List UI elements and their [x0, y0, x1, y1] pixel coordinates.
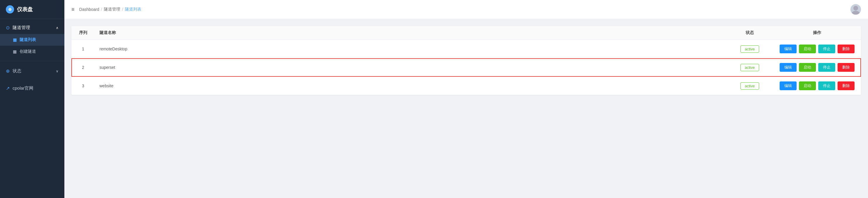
- action-buttons-2: 编辑 启动 停止 删除: [778, 81, 856, 90]
- cell-seq-0: 1: [71, 40, 95, 58]
- sidebar-section-tunnel: ⊙ 隧道管理 ∧ ▦ 隧道列表 ▦ 创建隧道: [0, 19, 64, 60]
- breadcrumb: Dashboard / 隧道管理 / 隧道列表: [79, 7, 141, 12]
- cell-actions-0: 编辑 启动 停止 删除: [773, 40, 861, 58]
- col-header-name: 隧道名称: [95, 26, 726, 40]
- sidebar-item-tunnel-mgmt[interactable]: ⊙ 隧道管理 ∧: [0, 21, 64, 34]
- avatar-icon: [850, 4, 861, 15]
- cell-status-1: active: [726, 58, 773, 77]
- cell-seq-1: 2: [71, 58, 95, 77]
- table-header-row: 序列 隧道名称 状态 操作: [71, 26, 861, 40]
- breadcrumb-tunnel-mgmt[interactable]: 隧道管理: [104, 7, 120, 12]
- cell-name-1: superset: [95, 58, 726, 77]
- delete-button-0[interactable]: 删除: [838, 45, 855, 53]
- status-badge-2: active: [740, 82, 759, 90]
- col-header-actions: 操作: [773, 26, 861, 40]
- svg-point-0: [854, 6, 858, 10]
- cell-status-0: active: [726, 40, 773, 58]
- cell-actions-2: 编辑 启动 停止 删除: [773, 77, 861, 95]
- content-area: 序列 隧道名称 状态 操作 1 remoteDesktop active 编辑 …: [64, 19, 868, 198]
- breadcrumb-tunnel-list: 隧道列表: [125, 7, 141, 12]
- sidebar: ⊕ 仪表盘 ⊙ 隧道管理 ∧ ▦ 隧道列表 ▦ 创建隧道 ⊕ 状态 ∨ ↗ c: [0, 0, 64, 198]
- col-header-seq: 序列: [71, 26, 95, 40]
- edit-button-2[interactable]: 编辑: [780, 81, 797, 90]
- cell-status-2: active: [726, 77, 773, 95]
- tunnel-mgmt-arrow: ∧: [56, 26, 59, 30]
- sidebar-section-cpolar: ↗ cpolar官网: [0, 80, 64, 97]
- sidebar-section-status: ⊕ 状态 ∨: [0, 62, 64, 80]
- sidebar-item-cpolar[interactable]: ↗ cpolar官网: [0, 82, 64, 94]
- col-header-status: 状态: [726, 26, 773, 40]
- start-button-1[interactable]: 启动: [799, 63, 816, 72]
- create-tunnel-label: 创建隧道: [20, 49, 36, 54]
- cpolar-icon: ↗: [6, 86, 10, 91]
- edit-button-0[interactable]: 编辑: [780, 45, 797, 53]
- stop-button-0[interactable]: 停止: [818, 45, 835, 53]
- status-label: 状态: [12, 68, 21, 74]
- stop-button-1[interactable]: 停止: [818, 63, 835, 72]
- status-arrow: ∨: [56, 69, 59, 73]
- tunnel-list-icon: ▦: [13, 37, 17, 42]
- cell-seq-2: 3: [71, 77, 95, 95]
- header: ≡ Dashboard / 隧道管理 / 隧道列表: [64, 0, 868, 19]
- delete-button-1[interactable]: 删除: [838, 63, 855, 72]
- breadcrumb-sep-1: /: [101, 7, 102, 12]
- breadcrumb-dashboard[interactable]: Dashboard: [79, 7, 99, 12]
- sidebar-item-status[interactable]: ⊕ 状态 ∨: [0, 65, 64, 77]
- status-badge-1: active: [740, 64, 759, 71]
- cell-actions-1: 编辑 启动 停止 删除: [773, 58, 861, 77]
- tunnel-table-card: 序列 隧道名称 状态 操作 1 remoteDesktop active 编辑 …: [71, 26, 861, 95]
- delete-button-2[interactable]: 删除: [838, 81, 855, 90]
- stop-button-2[interactable]: 停止: [818, 81, 835, 90]
- create-tunnel-icon: ▦: [13, 49, 17, 54]
- menu-toggle-icon[interactable]: ≡: [71, 6, 74, 12]
- tunnel-mgmt-icon: ⊙: [6, 25, 10, 30]
- table-row: 1 remoteDesktop active 编辑 启动 停止 删除: [71, 40, 861, 58]
- table-row: 3 website active 编辑 启动 停止 删除: [71, 77, 861, 95]
- svg-point-1: [851, 11, 860, 15]
- start-button-2[interactable]: 启动: [799, 81, 816, 90]
- cpolar-label: cpolar官网: [12, 86, 33, 91]
- sidebar-logo-text: 仪表盘: [17, 6, 33, 13]
- main-area: ≡ Dashboard / 隧道管理 / 隧道列表 序列 隧道名称: [64, 0, 868, 198]
- avatar[interactable]: [850, 4, 861, 15]
- status-badge-0: active: [740, 46, 759, 53]
- tunnel-table: 序列 隧道名称 状态 操作 1 remoteDesktop active 编辑 …: [71, 26, 861, 95]
- cell-name-2: website: [95, 77, 726, 95]
- sidebar-logo[interactable]: ⊕ 仪表盘: [0, 0, 64, 19]
- action-buttons-0: 编辑 启动 停止 删除: [778, 45, 856, 53]
- breadcrumb-sep-2: /: [122, 7, 123, 12]
- sidebar-item-tunnel-list[interactable]: ▦ 隧道列表: [0, 34, 64, 46]
- header-left: ≡ Dashboard / 隧道管理 / 隧道列表: [71, 6, 141, 12]
- tunnel-list-label: 隧道列表: [20, 37, 36, 43]
- start-button-0[interactable]: 启动: [799, 45, 816, 53]
- sidebar-item-create-tunnel[interactable]: ▦ 创建隧道: [0, 46, 64, 57]
- edit-button-1[interactable]: 编辑: [780, 63, 797, 72]
- tunnel-mgmt-label: 隧道管理: [12, 25, 30, 30]
- table-row: 2 superset active 编辑 启动 停止 删除: [71, 58, 861, 77]
- status-icon: ⊕: [6, 68, 10, 74]
- cell-name-0: remoteDesktop: [95, 40, 726, 58]
- logo-icon: ⊕: [6, 5, 14, 13]
- action-buttons-1: 编辑 启动 停止 删除: [778, 63, 856, 72]
